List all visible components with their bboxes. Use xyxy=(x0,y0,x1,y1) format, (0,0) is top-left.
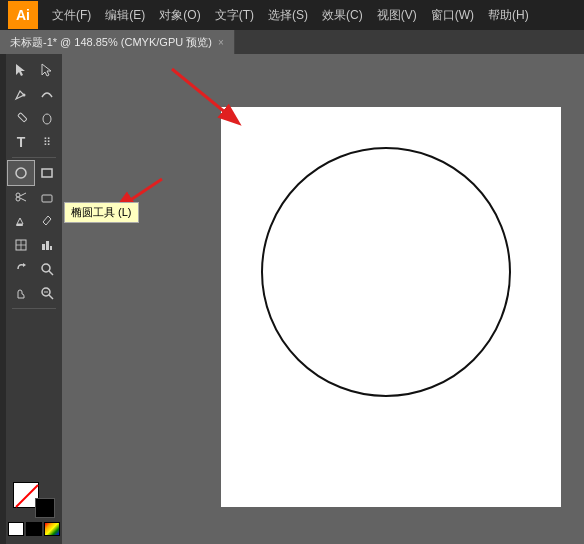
ellipse-tool[interactable] xyxy=(8,161,34,185)
none-color-swatch[interactable] xyxy=(8,522,24,536)
selection-tool[interactable] xyxy=(8,58,34,82)
tab-bar: 未标题-1* @ 148.85% (CMYK/GPU 预览) × xyxy=(0,30,584,54)
title-bar: Ai 文件(F) 编辑(E) 对象(O) 文字(T) 选择(S) 效果(C) 视… xyxy=(0,0,584,30)
menu-edit[interactable]: 编辑(E) xyxy=(99,5,151,26)
canvas-area[interactable] xyxy=(62,54,584,544)
menu-select[interactable]: 选择(S) xyxy=(262,5,314,26)
svg-marker-0 xyxy=(16,64,25,76)
gradient-swatch[interactable] xyxy=(44,522,60,536)
svg-marker-19 xyxy=(23,263,26,267)
rotate-view-tool[interactable] xyxy=(8,257,34,281)
menu-file[interactable]: 文件(F) xyxy=(46,5,97,26)
tab-close-button[interactable]: × xyxy=(218,37,224,48)
tool-row-hand xyxy=(6,281,62,305)
app-logo: Ai xyxy=(8,1,38,29)
svg-rect-12 xyxy=(16,224,23,226)
tool-row-scissors xyxy=(6,185,62,209)
curvature-tool[interactable] xyxy=(34,82,60,106)
document-tab[interactable]: 未标题-1* @ 148.85% (CMYK/GPU 预览) × xyxy=(0,30,235,54)
menu-window[interactable]: 窗口(W) xyxy=(425,5,480,26)
svg-point-4 xyxy=(43,114,51,124)
ellipse-shape[interactable] xyxy=(261,147,511,397)
menu-help[interactable]: 帮助(H) xyxy=(482,5,535,26)
svg-rect-6 xyxy=(42,169,52,177)
hand-tool[interactable] xyxy=(8,281,34,305)
tool-row-shapes xyxy=(6,161,62,185)
mesh-tool[interactable] xyxy=(8,233,34,257)
svg-point-7 xyxy=(16,193,20,197)
svg-marker-1 xyxy=(42,64,51,76)
menu-effect[interactable]: 效果(C) xyxy=(316,5,369,26)
eraser-tool[interactable] xyxy=(34,185,60,209)
tool-row-paint xyxy=(6,209,62,233)
main-layout: T ⠿ xyxy=(0,54,584,544)
rectangle-tool[interactable] xyxy=(34,161,60,185)
svg-rect-16 xyxy=(42,244,45,250)
toolbar-divider-2 xyxy=(12,308,57,309)
menu-bar: 文件(F) 编辑(E) 对象(O) 文字(T) 选择(S) 效果(C) 视图(V… xyxy=(46,5,535,26)
fill-stroke-area xyxy=(13,482,55,518)
menu-object[interactable]: 对象(O) xyxy=(153,5,206,26)
zoom-tool[interactable] xyxy=(34,257,60,281)
document-canvas xyxy=(221,107,561,507)
menu-text[interactable]: 文字(T) xyxy=(209,5,260,26)
tab-label: 未标题-1* @ 148.85% (CMYK/GPU 预览) xyxy=(10,35,212,50)
zoom-view-tool[interactable] xyxy=(34,281,60,305)
svg-line-9 xyxy=(20,193,26,196)
tool-row-type: T ⠿ xyxy=(6,130,62,154)
black-color-swatch[interactable] xyxy=(26,522,42,536)
svg-line-10 xyxy=(20,198,26,201)
direct-select-tool[interactable] xyxy=(34,58,60,82)
tool-row-select xyxy=(6,58,62,82)
menu-view[interactable]: 视图(V) xyxy=(371,5,423,26)
pen-tool[interactable] xyxy=(8,82,34,106)
svg-rect-17 xyxy=(46,241,49,250)
toolbar: T ⠿ xyxy=(6,54,62,544)
tool-row-pen xyxy=(6,82,62,106)
tool-row-zoom xyxy=(6,257,62,281)
svg-point-20 xyxy=(42,264,50,272)
type-tool[interactable]: T xyxy=(8,130,34,154)
scissors-tool[interactable] xyxy=(8,185,34,209)
svg-rect-18 xyxy=(50,246,52,250)
vertical-type-tool[interactable]: ⠿ xyxy=(34,130,60,154)
tool-row-pencil xyxy=(6,106,62,130)
color-section xyxy=(6,482,62,540)
svg-point-2 xyxy=(23,94,26,97)
svg-line-23 xyxy=(49,295,53,299)
stroke-swatch[interactable] xyxy=(35,498,55,518)
eyedropper-tool[interactable] xyxy=(34,209,60,233)
paint-bucket-tool[interactable] xyxy=(8,209,34,233)
pencil-tool[interactable] xyxy=(8,106,34,130)
toolbar-divider-1 xyxy=(12,157,57,158)
svg-point-5 xyxy=(16,168,26,178)
svg-rect-3 xyxy=(18,113,27,122)
tool-row-grid xyxy=(6,233,62,257)
svg-line-21 xyxy=(49,271,53,275)
graph-tool[interactable] xyxy=(34,233,60,257)
blob-brush-tool[interactable] xyxy=(34,106,60,130)
svg-rect-11 xyxy=(42,195,52,202)
tool-tooltip: 椭圆工具 (L) xyxy=(64,202,139,223)
svg-point-8 xyxy=(16,197,20,201)
color-quick-row xyxy=(8,522,60,536)
